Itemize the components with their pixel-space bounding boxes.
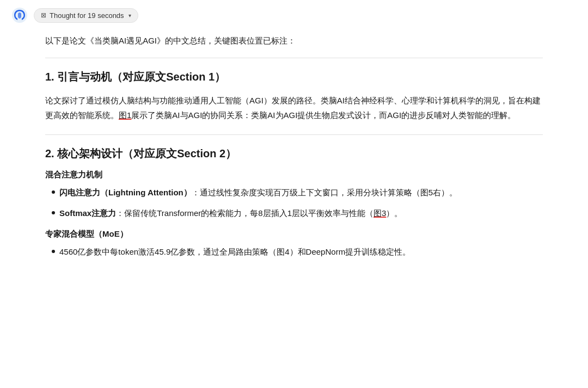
sub-heading-attention: 混合注意力机制 (45, 170, 543, 180)
intro-text: 以下是论文《当类脑AI遇见AGI》的中文总结，关键图表位置已标注： (45, 34, 543, 48)
bullet-dot-2 (52, 211, 55, 214)
section-1-heading: 1. 引言与动机（对应原文Section 1） (45, 69, 543, 84)
page-container: ⊠ Thought for 19 seconds ▾ 以下是论文《当类脑AI遇见… (0, 0, 588, 388)
bullet-content-3: 4560亿参数中每token激活45.9亿参数，通过全局路由策略（图4）和Dee… (59, 245, 543, 259)
thought-pill-button[interactable]: ⊠ Thought for 19 seconds ▾ (34, 8, 138, 23)
section-1-block: 1. 引言与动机（对应原文Section 1） 论文探讨了通过模仿人脑结构与功能… (45, 69, 543, 122)
list-item-softmax: Softmax注意力：保留传统Transformer的检索能力，每8层插入1层以… (52, 206, 543, 220)
bullet-content-2: Softmax注意力：保留传统Transformer的检索能力，每8层插入1层以… (59, 206, 543, 220)
bullet-dot-3 (52, 250, 55, 253)
list-item-moe-params: 4560亿参数中每token激活45.9亿参数，通过全局路由策略（图4）和Dee… (52, 245, 543, 259)
chevron-down-icon: ▾ (128, 13, 131, 19)
section-1-text-part2: 展示了类脑AI与AGI的协同关系：类脑AI为AGI提供生物启发式设计，而AGI的… (131, 110, 516, 120)
app-logo (11, 7, 28, 24)
section-2-heading: 2. 核心架构设计（对应原文Section 2） (45, 146, 543, 161)
figure-1-ref: 图1 (119, 110, 131, 120)
thought-label: Thought for 19 seconds (50, 11, 124, 20)
bullet-2-text-after: ）。 (386, 208, 402, 218)
list-item-lightning: 闪电注意力（Lightning Attention）：通过线性复杂度实现百万级上… (52, 186, 543, 200)
attention-bullet-list: 闪电注意力（Lightning Attention）：通过线性复杂度实现百万级上… (52, 186, 543, 221)
bullet-content-1: 闪电注意力（Lightning Attention）：通过线性复杂度实现百万级上… (59, 186, 543, 200)
section-divider-2 (45, 134, 543, 135)
header-bar: ⊠ Thought for 19 seconds ▾ (0, 0, 588, 29)
term-softmax: Softmax注意力 (59, 208, 116, 218)
term-lightning: 闪电注意力（Lightning Attention） (59, 188, 192, 197)
section-divider-1 (45, 58, 543, 58)
moe-bullet-list: 4560亿参数中每token激活45.9亿参数，通过全局路由策略（图4）和Dee… (52, 245, 543, 259)
bullet-2-text-before: ：保留传统Transformer的检索能力，每8层插入1层以平衡效率与性能（ (116, 208, 373, 218)
bullet-dot-1 (52, 190, 55, 194)
sub-section-attention: 混合注意力机制 闪电注意力（Lightning Attention）：通过线性复… (45, 170, 543, 221)
section-1-body: 论文探讨了通过模仿人脑结构与功能推动通用人工智能（AGI）发展的路径。类脑AI结… (45, 93, 543, 122)
moe-text: 4560亿参数中每token激活45.9亿参数，通过全局路由策略（图4）和Dee… (59, 247, 411, 256)
thought-icon: ⊠ (41, 11, 46, 19)
sub-section-moe: 专家混合模型（MoE） 4560亿参数中每token激活45.9亿参数，通过全局… (45, 229, 543, 259)
figure-3-ref: 图3 (373, 208, 386, 218)
main-content: 以下是论文《当类脑AI遇见AGI》的中文总结，关键图表位置已标注： 1. 引言与… (0, 29, 588, 282)
sub-heading-moe: 专家混合模型（MoE） (45, 229, 543, 239)
section-2-block: 2. 核心架构设计（对应原文Section 2） 混合注意力机制 闪电注意力（L… (45, 146, 543, 260)
bullet-1-text: ：通过线性复杂度实现百万级上下文窗口，采用分块计算策略（图5右）。 (192, 188, 457, 197)
